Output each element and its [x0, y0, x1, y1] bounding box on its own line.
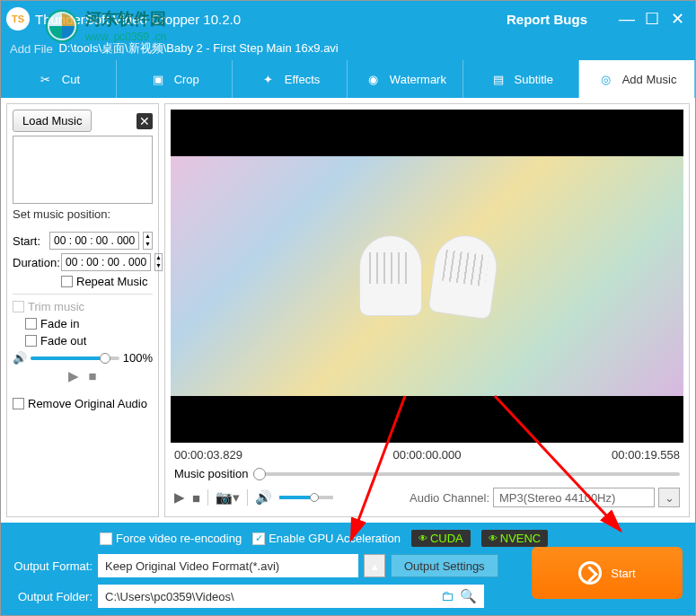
video-preview[interactable] [171, 110, 683, 443]
play-button[interactable]: ▶ [174, 489, 185, 506]
remove-audio-label: Remove Original Audio [28, 397, 147, 410]
output-folder-field[interactable]: C:\Users\pc0359\Videos\ 🗀 🔍 [98, 585, 484, 608]
side-stop-button[interactable]: ■ [88, 368, 96, 384]
open-folder-icon[interactable]: 🔍 [460, 588, 477, 604]
side-play-button[interactable]: ▶ [68, 368, 79, 384]
time-elapsed: 00:00:03.829 [174, 448, 242, 462]
tab-subtitle[interactable]: ▤Subtitle [463, 60, 579, 98]
output-format-dropdown[interactable]: ▴ [364, 554, 385, 577]
music-side-panel: Load Music ✕ Set music position: Start: … [6, 103, 159, 517]
app-logo: TS [6, 7, 30, 31]
remove-audio-checkbox[interactable] [13, 398, 24, 409]
time-current: 00:00:00.000 [393, 448, 462, 462]
music-list[interactable] [13, 136, 153, 204]
tab-add-music[interactable]: ◎Add Music [579, 60, 695, 98]
crop-icon: ▣ [149, 70, 167, 88]
preview-panel: 00:00:03.829 00:00:00.000 00:00:19.558 M… [164, 103, 690, 517]
gpu-accel-label: Enable GPU Acceleration [269, 532, 401, 545]
minimize-button[interactable]: — [614, 10, 639, 29]
start-label: Start: [13, 234, 46, 248]
tab-watermark[interactable]: ◉Watermark [348, 60, 463, 98]
duration-label: Duration: [13, 256, 57, 269]
titlebar: TS ThunderSoft Video Cropper 10.2.0 Repo… [1, 1, 695, 37]
output-format-field[interactable]: Keep Original Video Format(*.avi) [98, 554, 358, 577]
load-music-button[interactable]: Load Music [13, 110, 92, 132]
time-total: 00:00:19.558 [612, 448, 680, 462]
tab-effects[interactable]: ✦Effects [233, 60, 348, 98]
clear-music-button[interactable]: ✕ [137, 113, 153, 129]
duration-input[interactable] [61, 253, 151, 271]
report-bugs-link[interactable]: Report Bugs [507, 12, 587, 27]
nvenc-badge: 👁 NVENC [481, 530, 549, 547]
preview-volume-slider[interactable] [279, 496, 333, 499]
fadeout-label: Fade out [40, 334, 86, 348]
gpu-accel-checkbox[interactable]: ✓ [252, 532, 265, 545]
force-reencode-label: Force video re-encoding [116, 532, 242, 545]
music-icon: ◎ [597, 70, 615, 88]
time-row: 00:00:03.829 00:00:00.000 00:00:19.558 [171, 446, 683, 463]
preview-volume-icon: 🔊 [255, 489, 272, 506]
start-time-input[interactable] [49, 232, 139, 250]
scissors-icon: ✂ [37, 70, 55, 88]
fadeout-checkbox[interactable] [25, 335, 37, 347]
set-position-label: Set music position: [13, 207, 153, 221]
tab-bar: ✂Cut ▣Crop ✦Effects ◉Watermark ▤Subtitle… [1, 60, 695, 98]
subtitle-icon: ▤ [489, 70, 507, 88]
app-title: ThunderSoft Video Cropper 10.2.0 [35, 12, 241, 27]
cuda-badge: 👁 CUDA [411, 530, 471, 547]
output-settings-button[interactable]: Output Settings [391, 554, 498, 577]
volume-value: 100% [123, 351, 153, 365]
repeat-checkbox[interactable] [61, 276, 73, 287]
file-path-bar: Add File D:\tools\桌面\新视频\Baby 2 - First … [1, 37, 695, 60]
repeat-label: Repeat Music [76, 275, 147, 288]
audio-channel-select[interactable]: MP3(Stereo 44100Hz) [493, 488, 655, 507]
tab-crop[interactable]: ▣Crop [117, 60, 233, 98]
audio-channel-dropdown[interactable]: ⌄ [658, 488, 680, 507]
trim-label: Trim music [28, 300, 84, 313]
fadein-label: Fade in [40, 317, 79, 330]
force-reencode-checkbox[interactable] [100, 532, 112, 545]
volume-slider[interactable] [31, 356, 119, 360]
volume-icon: 🔊 [13, 351, 27, 365]
start-button[interactable]: Start [532, 547, 683, 599]
maximize-button[interactable]: ☐ [639, 9, 665, 29]
sparkle-icon: ✦ [260, 70, 278, 88]
start-icon [578, 561, 602, 585]
fadein-checkbox[interactable] [25, 318, 37, 330]
music-position-label: Music position [174, 467, 248, 480]
trim-checkbox[interactable] [13, 301, 24, 312]
tab-cut[interactable]: ✂Cut [1, 60, 117, 98]
start-spinner[interactable]: ▲▼ [143, 232, 153, 250]
output-folder-label: Output Folder: [10, 590, 93, 603]
browse-folder-icon[interactable]: 🗀 [441, 588, 454, 604]
music-position-slider[interactable] [253, 472, 680, 476]
close-button[interactable]: ✕ [665, 9, 690, 29]
drop-icon: ◉ [365, 70, 383, 88]
stop-button[interactable]: ■ [192, 490, 200, 506]
duration-spinner[interactable]: ▲▼ [154, 253, 163, 271]
output-format-label: Output Format: [10, 559, 93, 573]
audio-channel-label: Audio Channel: [410, 491, 489, 505]
snapshot-button[interactable]: 📷▾ [216, 489, 240, 506]
preview-content [347, 226, 508, 325]
